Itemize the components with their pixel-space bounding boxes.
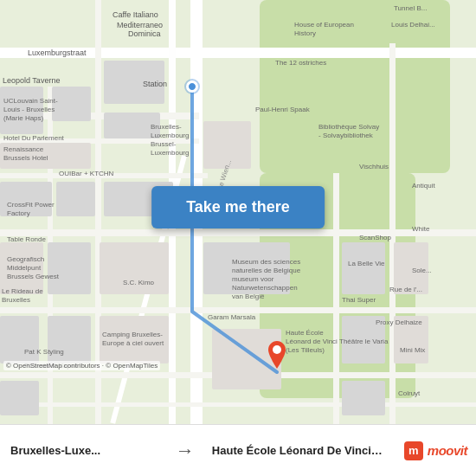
block-14 — [100, 316, 169, 363]
block-3 — [52, 87, 91, 121]
moovit-logo: m moovit — [396, 441, 476, 460]
road-v4 — [333, 173, 339, 424]
take-me-there-button[interactable]: Take me there — [151, 186, 325, 228]
road-v5 — [389, 43, 396, 424]
block-2 — [0, 87, 43, 134]
block-16 — [394, 242, 428, 294]
block-5 — [104, 113, 160, 138]
destination-name: Haute École Léonard De Vinci (L... — [212, 444, 385, 457]
block-museum — [203, 242, 290, 294]
block-20 — [0, 381, 39, 415]
block-18 — [394, 316, 428, 363]
block-11 — [100, 242, 169, 294]
block-6 — [0, 182, 52, 216]
map-container: Caffe Italiano Mediterraneo Dominica Lux… — [0, 0, 476, 424]
road-luxemburg — [0, 48, 476, 58]
bottom-bar: Bruxelles-Luxe... → Haute École Léonard … — [0, 424, 476, 476]
block-1 — [104, 61, 164, 104]
origin-dot — [186, 80, 198, 93]
destination-section: Haute École Léonard De Vinci (L... — [202, 444, 396, 457]
block-7 — [56, 182, 95, 216]
park-area-1 — [260, 0, 450, 173]
origin-section: Bruxelles-Luxe... — [0, 444, 169, 457]
svg-point-0 — [273, 345, 281, 354]
block-12 — [0, 316, 39, 363]
road-h5 — [0, 229, 476, 236]
arrow-icon: → — [169, 440, 202, 462]
block-13 — [48, 316, 91, 363]
block-10 — [48, 242, 91, 294]
block-17 — [342, 316, 385, 363]
block-9 — [0, 242, 43, 294]
copyright-text: © OpenStreetMap contributors · © OpenMap… — [3, 361, 160, 370]
road-h6 — [0, 307, 476, 313]
destination-marker — [268, 341, 286, 372]
moovit-icon: m — [404, 441, 423, 460]
moovit-text: moovit — [428, 443, 467, 458]
block-4 — [0, 143, 91, 169]
road-h8 — [0, 402, 476, 407]
road-h4 — [0, 173, 208, 178]
block-19 — [342, 381, 385, 415]
block-15 — [342, 242, 385, 294]
origin-name: Bruxelles-Luxe... — [10, 444, 100, 457]
